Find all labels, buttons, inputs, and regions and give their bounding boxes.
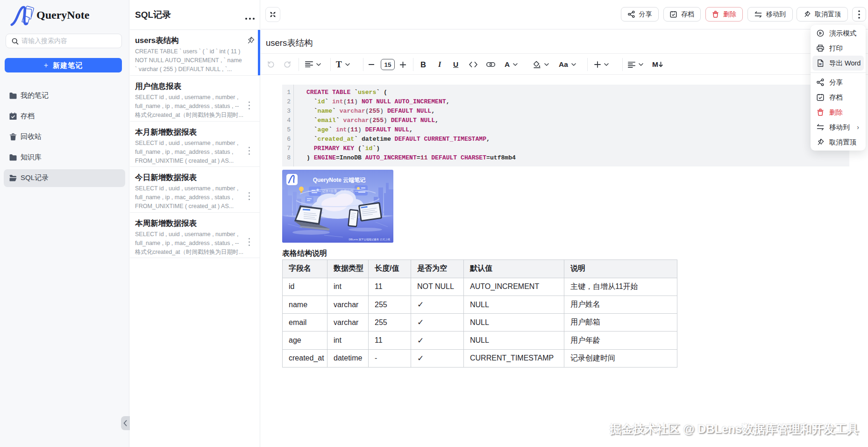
svg-text:记录+分享，检索创作: 记录+分享，检索创作 — [322, 189, 353, 193]
svg-text:W: W — [819, 63, 822, 65]
svg-text:DBLens 旗下云端笔记服务 正式上线: DBLens 旗下云端笔记服务 正式上线 — [349, 238, 390, 241]
svg-text:QueryNote 云端笔记: QueryNote 云端笔记 — [313, 177, 366, 183]
